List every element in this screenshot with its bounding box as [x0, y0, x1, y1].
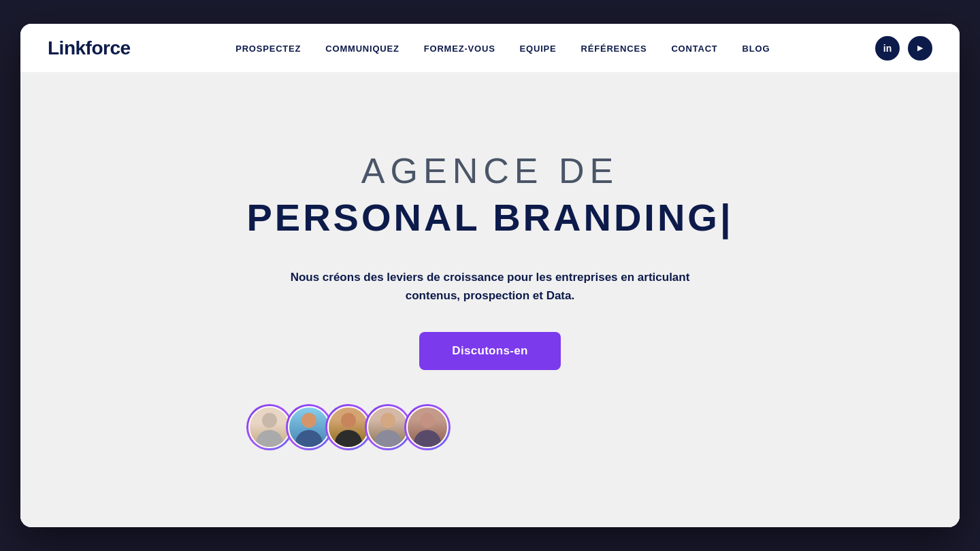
avatar-1 [246, 404, 293, 450]
avatar-inner-1 [248, 406, 291, 448]
avatar-body-1 [256, 430, 283, 447]
nav-link-blog[interactable]: BLOG [742, 44, 770, 54]
avatar-inner-5 [406, 406, 448, 448]
nav-links: PROSPECTEZ COMMUNIQUEZ FORMEZ-VOUS EQUIP… [235, 42, 770, 54]
nav-item-blog: BLOG [742, 42, 770, 54]
avatar-head-2 [301, 413, 316, 428]
main-content: AGENCE DE PERSONAL BRANDING| Nous créons… [20, 73, 960, 527]
avatar-body-2 [295, 430, 323, 447]
header: Linkforce PROSPECTEZ COMMUNIQUEZ FORMEZ-… [20, 24, 960, 73]
avatar-inner-3 [327, 406, 370, 448]
avatar-body-5 [414, 430, 441, 447]
avatar-head-3 [341, 413, 356, 428]
hero-subtitle: Nous créons des leviers de croissance po… [279, 268, 701, 305]
avatar-2 [286, 404, 332, 450]
avatar-4 [365, 404, 411, 450]
nav-item-communiquez: COMMUNIQUEZ [325, 42, 399, 54]
logo[interactable]: Linkforce [48, 37, 131, 59]
avatar-head-4 [380, 413, 395, 428]
nav-link-references[interactable]: RÉFÉRENCES [581, 44, 647, 54]
avatar-head-5 [420, 413, 435, 428]
youtube-label: ▶ [917, 44, 923, 52]
avatar-face-4 [368, 407, 408, 447]
nav-item-equipe: EQUIPE [520, 42, 557, 54]
nav-link-formez-vous[interactable]: FORMEZ-VOUS [424, 44, 495, 54]
avatar-face-3 [329, 407, 368, 447]
avatar-face-1 [250, 407, 289, 447]
avatar-body-4 [374, 430, 402, 447]
avatar-face-2 [289, 407, 329, 447]
avatar-5 [404, 404, 451, 450]
linkedin-label: in [883, 43, 892, 54]
nav-item-prospectez: PROSPECTEZ [235, 42, 301, 54]
browser-window: Linkforce PROSPECTEZ COMMUNIQUEZ FORMEZ-… [20, 24, 960, 527]
hero-section: AGENCE DE PERSONAL BRANDING| Nous créons… [246, 150, 733, 450]
linkedin-icon[interactable]: in [875, 36, 900, 61]
nav-link-communiquez[interactable]: COMMUNIQUEZ [325, 44, 399, 54]
nav-item-contact: CONTACT [671, 42, 717, 54]
nav-link-equipe[interactable]: EQUIPE [520, 44, 557, 54]
nav-link-contact[interactable]: CONTACT [671, 44, 717, 54]
avatar-3 [325, 404, 372, 450]
avatar-body-3 [335, 430, 362, 447]
main-nav: PROSPECTEZ COMMUNIQUEZ FORMEZ-VOUS EQUIP… [235, 42, 770, 54]
social-icons: in ▶ [875, 36, 932, 61]
hero-title-light: AGENCE DE [246, 150, 733, 192]
cta-button[interactable]: Discutons-en [419, 332, 560, 370]
nav-item-formez-vous: FORMEZ-VOUS [424, 42, 495, 54]
hero-title-bold: PERSONAL BRANDING| [246, 195, 733, 240]
avatar-inner-2 [288, 406, 330, 448]
nav-item-references: RÉFÉRENCES [581, 42, 647, 54]
youtube-icon[interactable]: ▶ [908, 36, 932, 61]
avatar-inner-4 [367, 406, 409, 448]
avatar-group [246, 404, 733, 450]
avatar-head-1 [262, 413, 277, 428]
avatar-face-5 [408, 407, 447, 447]
nav-link-prospectez[interactable]: PROSPECTEZ [235, 44, 301, 54]
